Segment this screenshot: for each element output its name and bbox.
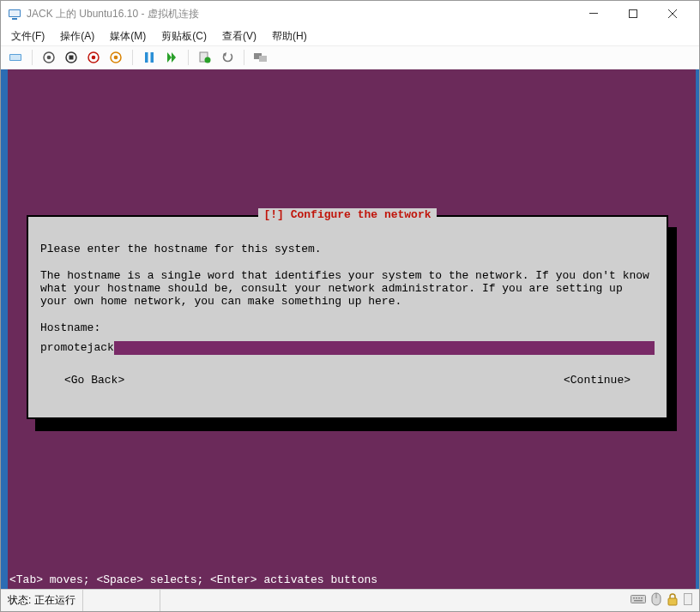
pause-button[interactable] <box>140 48 159 67</box>
hyperv-vmconnect-window: JACK 上的 Ubuntu16.10 - 虚拟机连接 文件(F) 操作(A) … <box>0 0 700 612</box>
svg-rect-30 <box>641 597 643 599</box>
svg-rect-3 <box>589 13 598 14</box>
svg-rect-27 <box>633 597 635 599</box>
desktop-edge-right <box>696 69 699 589</box>
shutdown-button[interactable] <box>84 48 103 67</box>
status-value: 正在运行 <box>34 593 75 608</box>
mouse-icon <box>651 592 661 609</box>
svg-rect-29 <box>638 597 640 599</box>
start-button[interactable] <box>39 48 58 67</box>
menu-file[interactable]: 文件(F) <box>6 27 50 45</box>
window-title: JACK 上的 Ubuntu16.10 - 虚拟机连接 <box>27 7 574 21</box>
shutdown-icon <box>88 51 100 63</box>
desktop-edge-left <box>1 69 8 589</box>
ctrl-alt-del-icon <box>9 51 22 64</box>
svg-rect-35 <box>685 594 692 605</box>
save-button[interactable] <box>106 48 125 67</box>
configure-network-dialog: [!] Configure the network Please enter t… <box>27 215 668 419</box>
toolbar-separator <box>244 50 244 65</box>
titlebar: JACK 上的 Ubuntu16.10 - 虚拟机连接 <box>1 1 699 27</box>
continue-button[interactable]: <Continue> <box>564 374 631 387</box>
hostname-input[interactable]: promotejack <box>40 341 655 355</box>
status-cell: 状态: 正在运行 <box>1 590 83 611</box>
status-empty-cell <box>83 590 160 611</box>
turnoff-button[interactable] <box>62 48 81 67</box>
menu-help[interactable]: 帮助(H) <box>267 27 312 45</box>
enhanced-session-button[interactable] <box>251 48 270 67</box>
menu-media[interactable]: 媒体(M) <box>105 27 151 45</box>
go-back-button[interactable]: <Go Back> <box>64 374 124 387</box>
hostname-value: promotejack <box>40 341 114 355</box>
status-label: 状态: <box>8 593 31 608</box>
menu-action[interactable]: 操作(A) <box>55 27 100 45</box>
statusbar-extra-icon <box>684 593 692 608</box>
dialog-title: [!] Configure the network <box>258 208 436 221</box>
enhanced-session-icon <box>254 51 268 63</box>
svg-rect-26 <box>631 596 646 603</box>
minimize-icon <box>589 9 598 18</box>
svg-point-14 <box>92 56 96 60</box>
lock-icon <box>667 592 679 609</box>
reset-icon <box>166 52 177 63</box>
app-icon <box>8 7 21 21</box>
hostname-label: Hostname: <box>40 321 655 334</box>
toolbar-separator <box>32 50 33 65</box>
menu-clipboard[interactable]: 剪贴板(C) <box>156 27 212 45</box>
status-icons <box>631 592 699 609</box>
svg-rect-4 <box>630 10 637 18</box>
checkpoint-icon <box>199 51 211 63</box>
ctrl-alt-del-button[interactable] <box>6 48 25 67</box>
svg-rect-28 <box>636 597 637 599</box>
reset-button[interactable] <box>162 48 181 67</box>
svg-point-10 <box>47 56 51 60</box>
save-icon <box>110 51 122 63</box>
svg-rect-34 <box>668 598 677 605</box>
minimize-button[interactable] <box>574 1 613 27</box>
dialog-description-text: The hostname is a single word that ident… <box>40 269 655 308</box>
dialog-title-wrap: [!] Configure the network <box>28 208 667 221</box>
vm-display-area[interactable]: [!] Configure the network Please enter t… <box>1 69 699 589</box>
maximize-icon <box>629 9 637 18</box>
turnoff-icon <box>65 51 77 63</box>
svg-point-22 <box>205 57 211 63</box>
svg-rect-25 <box>259 56 267 62</box>
svg-rect-31 <box>634 600 643 602</box>
start-icon <box>43 51 55 63</box>
dialog-intro-text: Please enter the hostname for this syste… <box>40 243 655 255</box>
close-icon <box>668 9 677 18</box>
svg-rect-2 <box>12 18 17 20</box>
svg-marker-19 <box>167 52 172 63</box>
menu-view[interactable]: 查看(V) <box>217 27 262 45</box>
revert-icon <box>221 51 233 63</box>
close-button[interactable] <box>653 1 692 27</box>
toolbar-separator <box>132 50 133 65</box>
svg-rect-12 <box>69 56 74 60</box>
svg-rect-17 <box>145 52 148 63</box>
svg-rect-8 <box>10 55 21 60</box>
dialog-button-row: <Go Back> <Continue> <box>40 374 655 387</box>
keyboard-icon <box>631 593 646 608</box>
svg-rect-18 <box>151 52 154 63</box>
maximize-button[interactable] <box>613 1 653 27</box>
revert-button[interactable] <box>218 48 237 67</box>
dialog-box: [!] Configure the network Please enter t… <box>27 215 668 419</box>
svg-point-16 <box>114 56 118 60</box>
checkpoint-button[interactable] <box>196 48 214 67</box>
svg-rect-1 <box>9 10 20 16</box>
svg-marker-20 <box>172 52 176 63</box>
menubar: 文件(F) 操作(A) 媒体(M) 剪贴板(C) 查看(V) 帮助(H) <box>1 27 699 45</box>
installer-footer-hint: <Tab> moves; <Space> selects; <Enter> ac… <box>8 573 696 589</box>
ubuntu-installer-console: [!] Configure the network Please enter t… <box>8 69 696 589</box>
toolbar <box>1 45 699 69</box>
toolbar-separator <box>188 50 189 65</box>
pause-icon <box>144 52 154 63</box>
statusbar: 状态: 正在运行 <box>1 589 699 611</box>
